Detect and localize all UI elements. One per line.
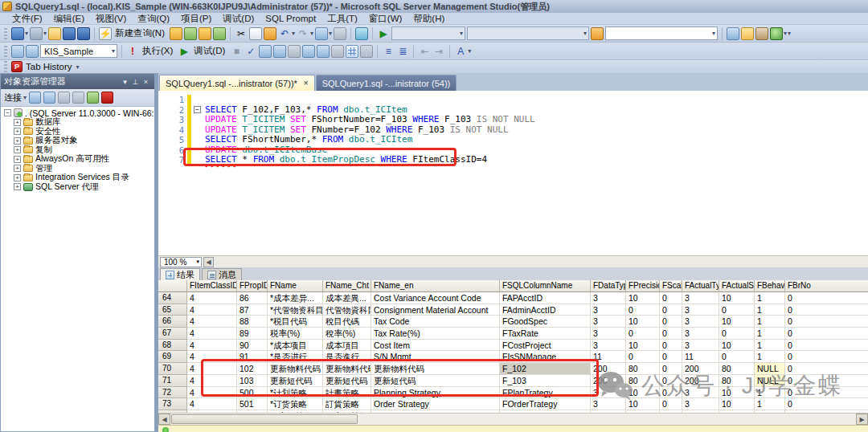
tree-root-server[interactable]: −. (SQL Server 11.0.3000 - WIN-66: [2,108,154,118]
grid-cell[interactable]: 4 [187,316,237,328]
grid-cell[interactable]: *订货策略 [268,398,323,410]
grid-cell[interactable]: 訂貨策略 [323,398,371,410]
table-row-66[interactable]: 66488*税目代码稅目代碼Tax CodeFGoodSpec310031010 [158,316,868,328]
increase-indent-icon[interactable]: ⇥ [432,45,445,58]
grid-cell[interactable]: 10 [626,387,660,399]
expand-icon[interactable]: + [14,146,21,153]
row-header[interactable]: 69 [158,351,187,363]
grid-cell[interactable]: 3 [682,304,719,316]
grid-cell[interactable]: 是否進行 [323,351,371,363]
paste-icon[interactable] [264,27,276,40]
grid-cell[interactable]: 更新短代码 [371,375,500,387]
copy-icon[interactable] [249,27,262,40]
grid-cell[interactable]: 更新物料代码 [268,363,323,375]
grid-cell[interactable]: 0 [785,398,868,410]
grid-cell[interactable]: 87 [237,304,268,316]
zoom-combobox[interactable]: 100 %▾ [160,257,202,267]
grid-cell[interactable]: 稅目代碼 [323,316,371,328]
grid-cell[interactable]: *计划策略 [268,387,323,399]
grid-cell[interactable]: F_102 [500,363,591,375]
expand-icon[interactable]: + [14,119,21,126]
row-header[interactable]: 73 [158,398,187,410]
grid-cell[interactable]: 4 [187,375,237,387]
row-header[interactable]: 71 [158,375,187,387]
grid-cell[interactable]: 0 [660,375,682,387]
grid-cell[interactable]: 0 [785,328,868,340]
debug-icon[interactable]: ▶ [178,45,190,58]
toolbar-combo-2[interactable]: ▾ [467,26,589,40]
grid-cell[interactable]: FPlanTrategy [500,387,591,399]
grid-cell[interactable]: 更新短代码 [268,375,323,387]
delete-server-icon[interactable] [101,92,113,104]
column-header-FBrNo[interactable]: FBrNo [785,280,868,292]
expand-icon[interactable]: + [14,174,21,181]
chevron-down-icon[interactable]: ▾ [292,30,295,37]
grid-cell[interactable]: FTaxRate [500,328,591,340]
column-header-FItemClassID[interactable]: FItemClassID [187,280,237,292]
xmla-query-icon[interactable] [213,27,226,40]
toolbar-overflow-icon[interactable]: ▾ [76,63,80,71]
grid-cell[interactable]: 0 [719,328,755,340]
sort-icon[interactable]: A [454,45,467,58]
tools-icon[interactable] [755,27,768,40]
grid-cell[interactable]: 3 [682,398,719,410]
results-to-text-icon[interactable] [331,45,344,58]
row-header[interactable]: 67 [158,328,187,340]
debug-button[interactable]: 调试(D) [194,45,225,57]
results-to-grid-icon[interactable] [346,45,358,58]
expand-icon[interactable]: + [14,183,21,190]
grid-cell[interactable]: 10 [719,387,755,399]
grid-cell[interactable]: FAPAcctID [500,292,591,304]
grid-cell[interactable]: 3 [591,316,626,328]
row-header[interactable]: 70 [158,363,187,375]
column-header-FDataType[interactable]: FDataType [591,280,626,292]
grid-cell[interactable]: 3 [591,304,626,316]
grid-cell[interactable]: 200 [682,375,719,387]
grid-cell[interactable]: 0 [719,351,755,363]
scrollbar-thumb[interactable] [171,414,358,424]
toolbar-grip[interactable] [4,28,7,39]
grid-cell[interactable]: 80 [626,363,660,375]
browser-icon[interactable] [770,27,783,40]
decrease-indent-icon[interactable]: ⇤ [418,45,431,58]
grid-cell[interactable]: 4 [187,328,237,340]
query-options-icon[interactable] [273,45,286,58]
grid-cell[interactable]: 0 [660,387,682,399]
sidebar-item-4[interactable]: +AlwaysOn 高可用性 [2,155,154,165]
showplan-icon[interactable] [259,45,272,58]
toolbar-combo-1[interactable]: ▾ [391,26,465,40]
grid-cell[interactable]: 0 [785,375,868,387]
tab-messages[interactable]: 消息 [202,268,242,280]
parse-icon[interactable]: ✓ [244,45,257,58]
column-header-FName_en[interactable]: FName_en [371,280,500,292]
expand-icon[interactable]: + [14,165,21,172]
code-line-7[interactable]: 7SELECT * FROM dbo.t_ItemPropDesc WHERE … [158,155,868,165]
grid-cell[interactable]: *代管物资科目 [268,304,323,316]
new-query-icon[interactable]: ⚡ [99,27,112,40]
menu-item-7[interactable]: 工具(T) [321,13,363,25]
table-row-64[interactable]: 64486*成本差异...成本差異...Cost Variance Accoun… [158,292,868,304]
grid-cell[interactable]: FIsSNManage [500,351,591,363]
refresh-icon[interactable] [87,92,99,104]
cut-icon[interactable]: ✂ [235,27,248,40]
execute-button[interactable]: 执行(X) [142,45,173,57]
intellisense-toggle-icon[interactable] [288,45,301,58]
toolbar-grip[interactable] [4,61,7,72]
navigate-icon[interactable] [315,27,328,40]
change-connection-icon[interactable] [26,45,39,58]
toolbar-overflow-icon[interactable]: ▾ [468,47,471,55]
grid-cell[interactable]: 4 [187,340,237,352]
row-header[interactable]: 72 [158,387,187,399]
grid-cell[interactable]: 10 [719,316,755,328]
row-header[interactable]: 65 [158,304,187,316]
grid-cell[interactable]: 0 [626,328,660,340]
horizontal-scrollbar[interactable]: ◀ ▶ [158,413,868,425]
grid-cell[interactable]: 稅率(%) [323,328,371,340]
image-tool-icon[interactable] [355,27,368,40]
grid-cell[interactable]: 3 [682,316,719,328]
grid-cell[interactable]: 102 [237,363,268,375]
expand-icon[interactable]: + [14,137,21,145]
grid-cell[interactable]: 0 [626,351,660,363]
execute-icon[interactable]: ! [126,45,139,58]
panel-menu-icon[interactable]: ▾ [120,78,130,86]
